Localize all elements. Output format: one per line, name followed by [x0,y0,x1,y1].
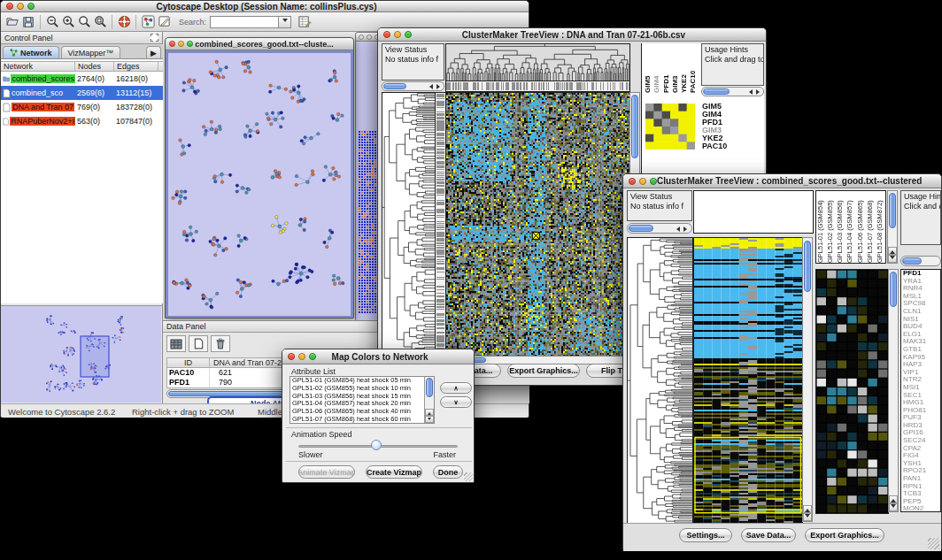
usage-hints-hscrollbar[interactable] [900,256,941,266]
list-item[interactable]: MON2 [901,505,940,512]
tab-vizmapper[interactable]: VizMapper™ [61,46,121,58]
close-button[interactable] [383,31,390,38]
move-down-button[interactable]: ∨ [440,396,472,408]
settings-button[interactable]: Settings... [679,528,732,542]
delete-attribute-trash-icon[interactable] [211,335,230,352]
minimize-button[interactable] [639,178,646,185]
list-item[interactable]: PFD1 [662,43,671,93]
treeview-title-bar[interactable]: ClusterMaker TreeView : combined_scores_… [623,174,941,188]
list-item[interactable]: GIM4 [652,43,661,93]
zoom-fit-icon[interactable] [76,14,92,30]
minimize-button[interactable] [17,3,24,10]
zoom-button[interactable] [309,353,316,360]
main-title-bar[interactable]: Cytoscape Desktop (Session Name: collins… [1,1,529,12]
column-network[interactable]: Network [1,62,75,71]
list-item[interactable]: GPL51-07 (GSM868) [866,191,876,263]
search-dropdown-button[interactable] [279,16,291,28]
resize-grip[interactable] [464,472,473,481]
column-id[interactable]: ID [167,358,210,367]
close-button[interactable] [6,3,13,10]
column-labels-vscrollbar[interactable] [887,190,898,264]
list-item[interactable]: PAC10 [689,43,698,93]
zoom-button[interactable] [405,31,412,38]
zoom-button[interactable] [650,178,657,185]
global-heatmap[interactable] [693,237,803,524]
overview-canvas[interactable] [1,306,161,403]
global-heatmap-vscrollbar[interactable] [802,237,813,522]
list-item[interactable]: YKE2 [680,43,689,93]
list-item[interactable]: GPL51-07 (GSM868) heat shock 60 min [290,416,434,424]
column-summary-strip[interactable] [445,81,630,92]
birdseye-overview[interactable] [1,305,163,403]
export-graphics-button[interactable]: Export Graphics... [507,364,580,378]
network-row-selected[interactable]: combined_sco 2569(6) 13112(15) [1,86,163,100]
minimize-button[interactable] [394,31,401,38]
annotation-icon[interactable] [156,14,172,30]
list-item[interactable]: PAC10 [702,142,737,150]
zoomed-heatmap[interactable] [645,104,695,150]
help-lifering-icon[interactable] [116,14,132,30]
list-item[interactable]: GPL51-04 (GSM857) [845,191,855,263]
save-icon[interactable] [20,14,36,30]
zoomed-heatmap-vscrollbar[interactable] [888,269,899,512]
list-item[interactable]: GPL51-02 (GSM855) [826,191,836,263]
tab-overflow-button[interactable]: ▶ [146,46,161,58]
dialog-title-bar[interactable]: Map Colors to Network [282,349,474,364]
close-button[interactable] [288,353,295,360]
attribute-list-vscrollbar[interactable] [424,377,434,423]
minimize-button[interactable] [298,353,305,360]
gene-dendrogram[interactable] [382,92,436,357]
zoomed-heatmap[interactable] [815,269,889,514]
close-button[interactable] [359,35,364,40]
column-nodes[interactable]: Nodes [75,62,114,71]
resize-grip[interactable] [928,538,939,549]
zoom-out-icon[interactable] [44,14,60,30]
view-status-hscrollbar[interactable] [627,223,692,234]
column-dendrogram[interactable] [445,43,630,81]
close-button[interactable] [629,178,636,185]
close-button[interactable] [169,41,175,47]
zoom-in-icon[interactable] [60,14,76,30]
network-row[interactable]: RNAPuberNov2+I 563(0) 107847(0) [1,114,163,128]
export-graphics-button[interactable]: Export Graphics... [805,528,884,542]
float-panel-icon[interactable] [151,34,158,42]
search-input[interactable] [210,16,279,28]
zoom-selected-icon[interactable] [92,14,108,30]
network-row[interactable]: DNA and Tran 07 769(0) 183728(0) [1,100,163,114]
minimize-button[interactable] [178,41,184,47]
network-row[interactable]: combined_scores 2764(0) 16218(0) [1,72,163,86]
list-item[interactable]: GPL51-06 (GSM865) [856,191,866,263]
network-view-canvas[interactable] [168,53,351,316]
gene-dendrogram[interactable] [627,237,693,524]
similarity-heatmap[interactable] [445,92,630,357]
zoom-button[interactable] [187,41,193,47]
move-up-button[interactable]: ∧ [440,382,472,394]
save-data-button[interactable]: Save Data... [741,528,796,542]
select-attributes-icon[interactable] [166,335,186,352]
done-button[interactable]: Done [433,465,463,479]
toolbar-separator [40,15,41,29]
network-window-title: combined_scores_good.txt--cluste... [193,40,353,49]
slider-thumb[interactable] [371,440,382,450]
usage-hints-hscrollbar[interactable] [701,87,764,96]
tab-network[interactable]: Network [3,46,59,58]
attribute-browser-icon[interactable] [297,14,313,30]
vizmapper-icon[interactable] [140,14,156,30]
list-item[interactable]: GPL51-03 (GSM856) [836,191,845,263]
column-dendrogram-pane[interactable] [693,190,814,234]
create-vizmap-label: Create Vizmap [367,468,421,477]
view-status-hscrollbar[interactable] [382,81,444,91]
list-item[interactable]: GPL51-08 (GSM872) [876,191,885,263]
column-edges[interactable]: Edges [114,62,158,71]
open-file-icon[interactable] [4,14,20,30]
tab-network-label: Network [20,49,52,58]
zoom-button[interactable] [27,3,35,10]
network-window-title-bar[interactable]: combined_scores_good.txt--cluste... [166,38,353,50]
create-vizmap-button[interactable]: Create Vizmap [366,465,422,479]
list-item[interactable]: GIM3 [671,43,680,93]
treeview-title-bar[interactable]: ClusterMaker TreeView : DNA and Tran 07-… [378,28,766,42]
new-attribute-icon[interactable] [189,335,208,352]
list-item[interactable]: GIM5 [644,43,652,93]
minimize-button[interactable] [367,35,372,40]
list-item[interactable]: GPL51-01 (GSM854) [816,191,826,263]
